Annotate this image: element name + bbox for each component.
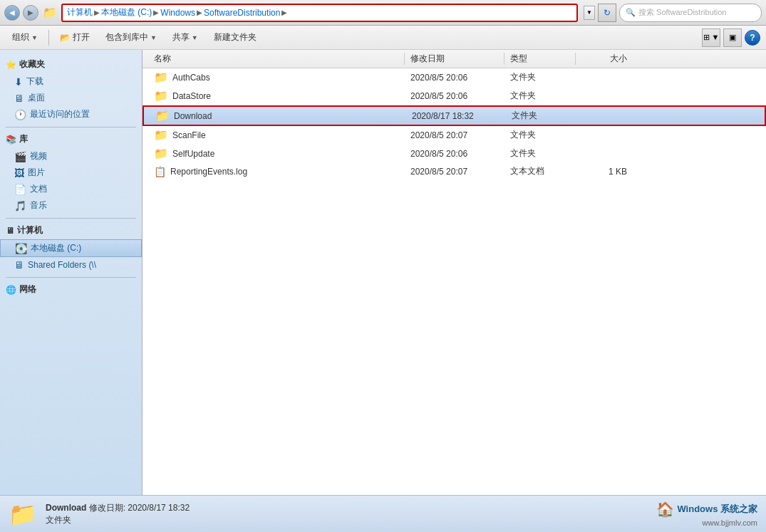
new-folder-label: 新建文件夹 (214, 31, 257, 43)
pictures-icon: 🖼 (14, 167, 24, 179)
folder-icon-scanfile: 📁 (154, 128, 168, 142)
preview-pane-button[interactable]: ▣ (723, 28, 742, 47)
search-bar[interactable]: 🔍 搜索 SoftwareDistribution (619, 4, 762, 22)
main-layout: ⭐ 收藏夹 ⬇ 下载 🖥 桌面 🕐 最近访问的位置 📚 库 (0, 50, 766, 495)
doc-icon-reportingevents: 📋 (154, 166, 166, 177)
shared-folders-icon: 🖥 (14, 259, 24, 271)
computer-header-icon: 🖥 (6, 226, 14, 236)
sidebar-section-library: 📚 库 🎬 视频 🖼 图片 📄 文档 🎵 音乐 (0, 130, 142, 214)
folder-icon-download: 📁 (155, 109, 170, 122)
file-date-download: 2020/8/17 18:32 (406, 111, 506, 121)
file-name-selfupdate: 📁 SelfUpdate (148, 147, 405, 160)
file-name-scanfile: 📁 ScanFile (148, 128, 405, 142)
local-disk-icon: 💽 (15, 243, 27, 254)
network-icon: 🌐 (6, 285, 16, 295)
breadcrumb-c-drive[interactable]: 本地磁盘 (C:) (101, 6, 152, 19)
file-size-reportingevents: 1 KB (576, 167, 633, 177)
sidebar-recent-label: 最近访问的位置 (30, 108, 90, 120)
watermark: 🏠 Windows 系统之家 www.bjjmlv.com (656, 501, 757, 527)
sidebar-header-library: 📚 库 (0, 130, 142, 148)
file-date-selfupdate: 2020/8/5 20:06 (405, 149, 504, 159)
sidebar-divider-2 (6, 218, 136, 219)
address-dropdown-button[interactable]: ▼ (584, 6, 595, 20)
recent-icon: 🕐 (14, 109, 26, 120)
view-options-button[interactable]: ⊞ ▼ (702, 28, 720, 47)
sidebar-header-network: 🌐 网络 (0, 281, 142, 298)
sidebar-pictures-label: 图片 (28, 167, 45, 179)
forward-button[interactable]: ▶ (23, 5, 38, 21)
sidebar-item-video[interactable]: 🎬 视频 (0, 148, 142, 165)
share-button[interactable]: 共享 ▼ (166, 28, 205, 47)
toolbar: 组织 ▼ 📂 打开 包含到库中 ▼ 共享 ▼ 新建文件夹 ⊞ ▼ ▣ ? (0, 26, 766, 50)
sidebar-item-documents[interactable]: 📄 文档 (0, 181, 142, 197)
table-row[interactable]: 📁 AuthCabs 2020/8/5 20:06 文件夹 (143, 68, 766, 87)
sidebar-download-label: 下载 (26, 75, 43, 88)
file-date-reportingevents: 2020/8/5 20:07 (405, 167, 504, 177)
watermark-url: www.bjjmlv.com (703, 518, 757, 527)
sep-2: ▶ (197, 9, 202, 16)
organize-arrow: ▼ (31, 34, 38, 41)
folder-icon-authcabs: 📁 (154, 71, 168, 84)
file-type-datastore: 文件夹 (504, 90, 576, 102)
file-name-reportingevents: 📋 ReportingEvents.log (148, 166, 405, 177)
search-icon: 🔍 (626, 8, 636, 17)
toolbar-sep-1 (48, 30, 49, 46)
table-row-download[interactable]: 📁 Download 2020/8/17 18:32 文件夹 (143, 105, 766, 126)
sidebar-documents-label: 文档 (30, 183, 47, 195)
file-type-authcabs: 文件夹 (504, 71, 576, 83)
sidebar-item-shared-folders[interactable]: 🖥 Shared Folders (\\ (0, 257, 142, 273)
library-icon: 📚 (6, 135, 16, 145)
watermark-logo: 🏠 Windows 系统之家 (656, 501, 757, 518)
col-header-size[interactable]: 大小 (576, 53, 633, 65)
table-row[interactable]: 📁 DataStore 2020/8/5 20:06 文件夹 (143, 87, 766, 105)
sidebar-music-label: 音乐 (30, 199, 47, 212)
file-type-download: 文件夹 (506, 110, 577, 122)
table-row[interactable]: 📋 ReportingEvents.log 2020/8/5 20:07 文本文… (143, 163, 766, 180)
desktop-icon: 🖥 (14, 93, 24, 104)
status-text: Download 修改日期: 2020/8/17 18:32 文件夹 (46, 502, 648, 526)
col-header-date[interactable]: 修改日期 (405, 53, 504, 65)
breadcrumb-windows[interactable]: Windows (160, 8, 195, 18)
col-header-name[interactable]: 名称 (148, 53, 405, 65)
file-list: 名称 修改日期 类型 大小 📁 AuthCabs 2020/8/5 20:06 … (143, 50, 766, 495)
star-icon: ⭐ (6, 60, 16, 70)
sidebar-header-computer: 🖥 计算机 (0, 221, 142, 239)
download-filename: Download (174, 111, 212, 121)
open-button[interactable]: 📂 打开 (53, 28, 96, 47)
breadcrumb-softwaredist[interactable]: SoftwareDistribution (204, 8, 280, 18)
organize-button[interactable]: 组织 ▼ (6, 28, 44, 47)
sidebar-item-local-disk[interactable]: 💽 本地磁盘 (C:) (0, 239, 142, 257)
file-type-selfupdate: 文件夹 (504, 147, 576, 160)
sidebar-localdisk-label: 本地磁盘 (C:) (31, 242, 81, 254)
sidebar-item-music[interactable]: 🎵 音乐 (0, 197, 142, 214)
status-selected-name: Download 修改日期: 2020/8/17 18:32 (46, 502, 648, 514)
open-label: 打开 (73, 31, 90, 43)
file-name-datastore: 📁 DataStore (148, 89, 405, 103)
sidebar-divider-1 (6, 127, 136, 127)
search-placeholder: 搜索 SoftwareDistribution (638, 7, 727, 18)
video-icon: 🎬 (14, 151, 26, 162)
file-type-scanfile: 文件夹 (504, 129, 576, 141)
include-label: 包含到库中 (105, 31, 148, 43)
new-folder-button[interactable]: 新建文件夹 (207, 28, 263, 47)
sidebar-item-desktop[interactable]: 🖥 桌面 (0, 90, 142, 106)
col-header-type[interactable]: 类型 (504, 53, 576, 65)
sidebar-video-label: 视频 (30, 150, 47, 162)
refresh-button[interactable]: ↻ (598, 4, 616, 22)
file-type-reportingevents: 文本文档 (504, 165, 576, 177)
include-library-button[interactable]: 包含到库中 ▼ (99, 28, 163, 47)
table-row[interactable]: 📁 ScanFile 2020/8/5 20:07 文件夹 (143, 126, 766, 145)
breadcrumb-computer[interactable]: 计算机 (67, 6, 93, 19)
sidebar-item-recent[interactable]: 🕐 最近访问的位置 (0, 106, 142, 122)
include-arrow: ▼ (150, 34, 157, 41)
table-row[interactable]: 📁 SelfUpdate 2020/8/5 20:06 文件夹 (143, 145, 766, 163)
help-button[interactable]: ? (745, 30, 760, 46)
sidebar-item-download[interactable]: ⬇ 下载 (0, 73, 142, 90)
folder-icon-selfupdate: 📁 (154, 147, 168, 160)
address-bar: ◀ ▶ 📁 计算机 ▶ 本地磁盘 (C:) ▶ Windows ▶ Softwa… (0, 0, 766, 26)
toolbar-right: ⊞ ▼ ▣ ? (702, 28, 760, 47)
sidebar-item-pictures[interactable]: 🖼 图片 (0, 165, 142, 181)
share-label: 共享 (172, 31, 190, 43)
library-label: 库 (19, 133, 28, 145)
back-button[interactable]: ◀ (4, 5, 20, 21)
